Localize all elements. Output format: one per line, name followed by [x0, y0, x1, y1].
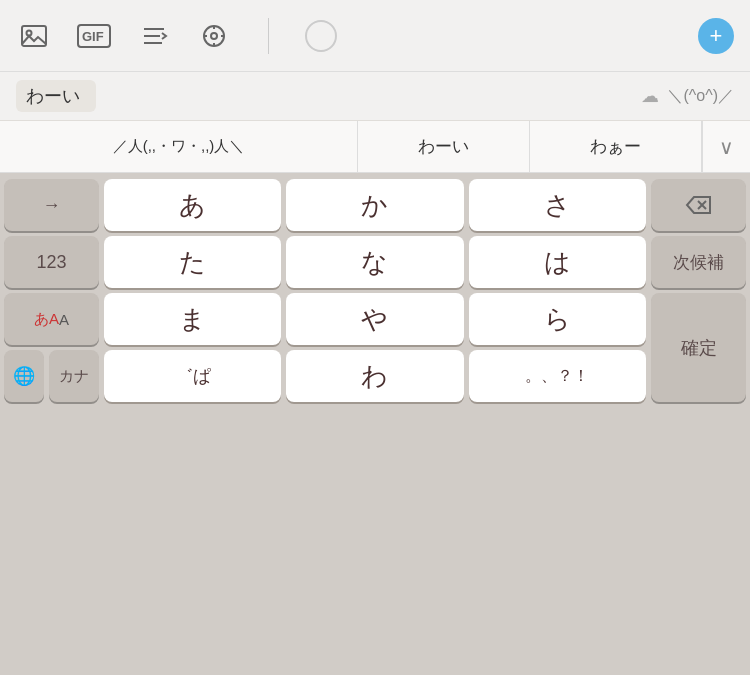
key-sa[interactable]: さ — [469, 179, 646, 231]
key-pa[interactable]: ゛ぱ — [104, 350, 281, 402]
input-bar: わーい ☁ ＼(^o^)／ — [0, 72, 750, 121]
key-punctuation[interactable]: 。、？！ — [469, 350, 646, 402]
input-right: ☁ ＼(^o^)／ — [641, 85, 734, 107]
format-icon[interactable] — [136, 18, 172, 54]
toolbar-circle — [305, 20, 337, 52]
row4-center: ゛ぱ わ 。、？！ — [104, 350, 646, 402]
key-ya[interactable]: や — [286, 293, 463, 345]
key-ka[interactable]: か — [286, 179, 463, 231]
next-candidate-key[interactable]: 次候補 — [651, 236, 746, 288]
suggestion-1[interactable]: ／人(,,・ワ・,,)人＼ — [0, 121, 358, 172]
globe-key[interactable]: 🌐 — [4, 350, 44, 402]
toggle-input-key[interactable]: あAA — [4, 293, 99, 345]
arrow-key[interactable]: → — [4, 179, 99, 231]
key-a[interactable]: あ — [104, 179, 281, 231]
keyboard-row-1: → あ か さ — [4, 179, 746, 231]
svg-text:GIF: GIF — [82, 29, 104, 44]
expand-suggestions-button[interactable]: ∨ — [702, 121, 750, 172]
svg-rect-0 — [22, 26, 46, 46]
left-col: あAA 🌐 カナ — [4, 293, 99, 402]
suggestion-2[interactable]: わーい — [358, 121, 530, 172]
svg-point-8 — [211, 33, 217, 39]
suggestions-bar: ／人(,,・ワ・,,)人＼ わーい わぁー ∨ — [0, 121, 750, 173]
keyboard-row-2: 123 た な は 次候補 — [4, 236, 746, 288]
confirm-key[interactable]: 確定 — [651, 293, 746, 402]
add-button[interactable]: + — [698, 18, 734, 54]
center-col: ま や ら ゛ぱ わ 。、？！ — [104, 293, 646, 402]
key-ta[interactable]: た — [104, 236, 281, 288]
toolbar: GIF + — [0, 0, 750, 72]
keyboard-rows-3-4: あAA 🌐 カナ ま や ら ゛ぱ わ — [4, 293, 746, 402]
key-ma[interactable]: ま — [104, 293, 281, 345]
kaomoji-text: ＼(^o^)／ — [667, 86, 734, 107]
key-na[interactable]: な — [286, 236, 463, 288]
gif-button[interactable]: GIF — [76, 18, 112, 54]
key-ra[interactable]: ら — [469, 293, 646, 345]
numbers-key[interactable]: 123 — [4, 236, 99, 288]
globe-kana-row: 🌐 カナ — [4, 350, 99, 402]
location-icon[interactable] — [196, 18, 232, 54]
toolbar-separator — [268, 18, 269, 54]
toolbar-icons: GIF — [16, 18, 698, 54]
row3-center: ま や ら — [104, 293, 646, 345]
input-text: わーい — [16, 80, 96, 112]
kana-key[interactable]: カナ — [49, 350, 99, 402]
suggestion-3[interactable]: わぁー — [530, 121, 702, 172]
keyboard: → あ か さ 123 た な は 次候補 — [0, 173, 750, 406]
cloud-icon: ☁ — [641, 85, 659, 107]
key-wa[interactable]: わ — [286, 350, 463, 402]
key-ha[interactable]: は — [469, 236, 646, 288]
delete-key[interactable] — [651, 179, 746, 231]
image-icon[interactable] — [16, 18, 52, 54]
